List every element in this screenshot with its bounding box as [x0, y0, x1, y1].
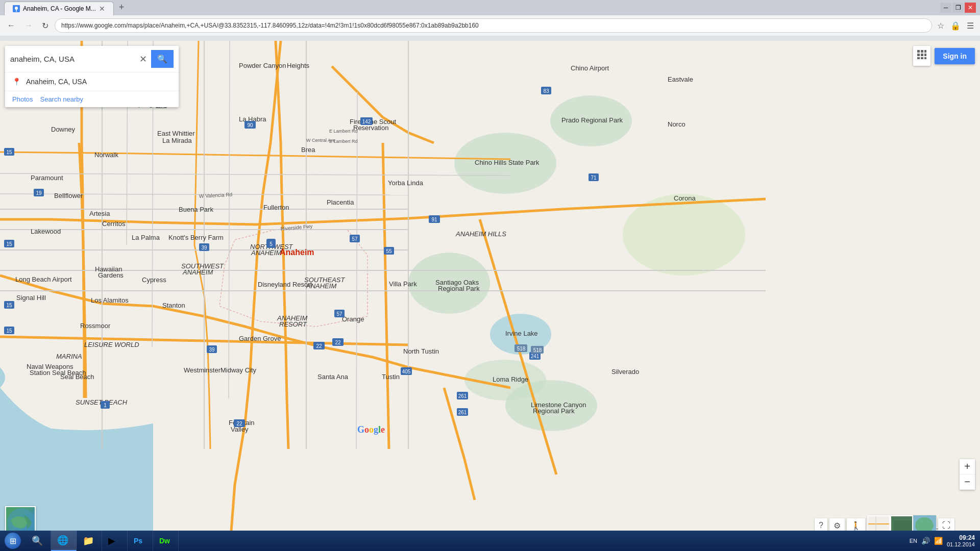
nav-bar: ← → ↻ ☆ 🔒 ☰: [0, 15, 980, 36]
tab-area: Anaheim, CA - Google M... ✕ +: [4, 0, 129, 15]
svg-rect-160: [924, 57, 926, 59]
taskbar-photoshop[interactable]: Ps: [128, 531, 153, 551]
speaker-icon: 🔊: [921, 537, 930, 545]
svg-text:Villa Park: Villa Park: [389, 280, 417, 288]
svg-text:ANAHEIM: ANAHEIM: [306, 282, 336, 290]
svg-rect-154: [924, 50, 926, 53]
suggestion-item[interactable]: 📍 Anaheim, CA, USA: [5, 72, 179, 91]
bookmark-button[interactable]: ☆: [935, 19, 946, 33]
search-actions: Photos Search nearby: [5, 91, 179, 107]
apps-button[interactable]: [913, 46, 930, 66]
search-box: ✕ 🔍: [5, 46, 179, 72]
search-button[interactable]: 🔍: [151, 50, 174, 68]
sign-in-button[interactable]: Sign in: [935, 48, 975, 64]
taskbar-explorer[interactable]: 📁: [77, 531, 102, 551]
tab-close-button[interactable]: ✕: [99, 5, 105, 13]
location-icon: 📍: [12, 78, 21, 86]
svg-text:39: 39: [201, 245, 207, 251]
zoom-out-button[interactable]: −: [960, 474, 975, 490]
search-clear-button[interactable]: ✕: [139, 54, 147, 65]
close-button[interactable]: ✕: [965, 3, 976, 13]
zoom-in-button[interactable]: +: [960, 459, 975, 474]
svg-text:83: 83: [543, 88, 549, 94]
svg-text:Brea: Brea: [301, 146, 315, 154]
svg-text:Regional Park: Regional Park: [438, 285, 480, 292]
svg-text:Fullerton: Fullerton: [263, 204, 289, 211]
tab-favicon: [13, 5, 20, 12]
taskbar: ⊞ 🔍 🌐 📁 ▶ Ps Dw EN 🔊 📶 09: [0, 531, 980, 551]
tab-title: Anaheim, CA - Google M...: [23, 5, 96, 12]
svg-text:Loma Ridge: Loma Ridge: [493, 375, 528, 383]
svg-text:142: 142: [362, 119, 371, 124]
window-controls: ─ ❐ ✕: [940, 3, 976, 13]
svg-text:Signal Hill: Signal Hill: [16, 294, 46, 302]
taskbar-dw-icon: Dw: [159, 537, 170, 545]
svg-text:241: 241: [531, 354, 540, 359]
svg-text:North Tustin: North Tustin: [403, 347, 439, 355]
taskbar-search[interactable]: 🔍: [26, 531, 51, 551]
search-input[interactable]: [10, 55, 135, 63]
map-container[interactable]: Downey Norwalk Paramount Bellflower Lake…: [0, 41, 980, 551]
svg-text:Gardens: Gardens: [98, 271, 124, 279]
photos-link[interactable]: Photos: [12, 95, 33, 103]
svg-text:ANAHEIM: ANAHEIM: [251, 249, 281, 257]
svg-text:Heights: Heights: [287, 62, 310, 69]
taskbar-play-icon: ▶: [108, 535, 115, 546]
refresh-button[interactable]: ↻: [39, 19, 52, 33]
svg-text:Artesia: Artesia: [89, 210, 110, 217]
svg-rect-159: [921, 57, 923, 59]
browser-chrome: Anaheim, CA - Google M... ✕ + ─ ❐ ✕ ← → …: [0, 0, 980, 41]
svg-text:55: 55: [386, 248, 392, 254]
svg-text:Prado Regional Park: Prado Regional Park: [561, 116, 623, 124]
svg-point-1: [15, 7, 18, 10]
menu-button[interactable]: ☰: [965, 19, 976, 33]
svg-text:La Mirada: La Mirada: [162, 137, 192, 144]
svg-rect-157: [924, 54, 926, 56]
svg-text:Eastvale: Eastvale: [668, 76, 693, 83]
svg-text:Norwalk: Norwalk: [94, 151, 118, 159]
svg-text:405: 405: [402, 369, 411, 374]
back-button[interactable]: ←: [4, 19, 18, 32]
svg-text:Stanton: Stanton: [162, 302, 185, 309]
svg-text:19: 19: [36, 190, 42, 196]
svg-text:Garden Grove: Garden Grove: [239, 335, 281, 342]
svg-text:Silverado: Silverado: [611, 368, 639, 375]
svg-text:Cypress: Cypress: [142, 276, 166, 284]
svg-text:Yorba Linda: Yorba Linda: [388, 179, 424, 187]
svg-text:261: 261: [458, 410, 467, 415]
browser-tab[interactable]: Anaheim, CA - Google M... ✕: [4, 2, 114, 15]
svg-text:ANAHEIM HILLS: ANAHEIM HILLS: [455, 230, 506, 238]
new-tab-button[interactable]: +: [114, 0, 130, 15]
svg-text:15: 15: [6, 328, 12, 334]
restore-button[interactable]: ❐: [952, 3, 964, 13]
search-suggestions: 📍 Anaheim, CA, USA: [5, 72, 179, 91]
svg-text:Norco: Norco: [668, 120, 685, 128]
svg-text:Knott's Berry Farm: Knott's Berry Farm: [168, 234, 224, 241]
svg-text:Orange: Orange: [342, 315, 364, 323]
svg-text:Google: Google: [357, 424, 385, 435]
svg-text:Los Alamitos: Los Alamitos: [91, 296, 129, 304]
svg-text:71: 71: [591, 175, 597, 181]
nav-actions: ☆ 🔒 ☰: [935, 19, 976, 33]
forward-button[interactable]: →: [21, 19, 36, 32]
taskbar-apps: 🔍 🌐 📁 ▶ Ps Dw: [26, 531, 179, 551]
search-nearby-link[interactable]: Search nearby: [40, 95, 83, 103]
suggestion-text: Anaheim, CA, USA: [26, 78, 87, 86]
zoom-controls: + −: [960, 459, 975, 490]
address-bar[interactable]: [55, 18, 932, 33]
svg-text:518: 518: [517, 346, 526, 352]
street-view-icon: 🚶: [851, 521, 861, 530]
date-display: 01.12.2014: [947, 541, 975, 547]
minimize-button[interactable]: ─: [940, 3, 951, 13]
windows-logo-icon: ⊞: [10, 536, 16, 546]
extensions-button[interactable]: 🔒: [948, 19, 963, 33]
svg-text:261: 261: [458, 393, 467, 399]
taskbar-ie[interactable]: 🌐: [51, 531, 77, 551]
start-button[interactable]: ⊞: [0, 531, 26, 551]
taskbar-dreamweaver[interactable]: Dw: [153, 531, 179, 551]
taskbar-mediaplayer[interactable]: ▶: [102, 531, 128, 551]
search-icon: 🔍: [157, 55, 167, 63]
svg-text:Long Beach Airport: Long Beach Airport: [15, 276, 72, 283]
language-indicator: EN: [910, 538, 917, 544]
svg-text:22: 22: [316, 343, 322, 349]
